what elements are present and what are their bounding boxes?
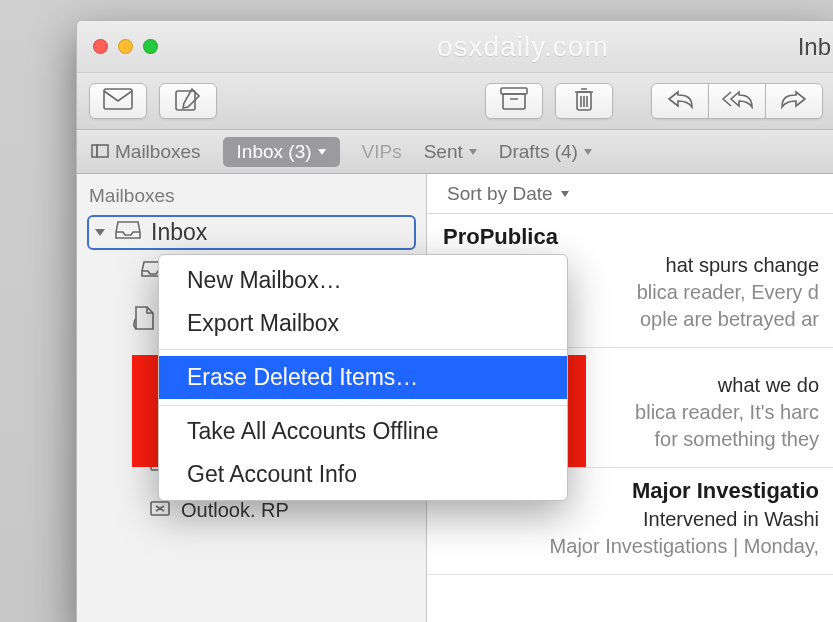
sidebar-item-label: Inbox: [151, 219, 207, 246]
toolbar: [77, 73, 833, 130]
chevron-down-icon: [561, 191, 569, 197]
compose-button[interactable]: [159, 83, 217, 119]
fav-vips-label: VIPs: [362, 141, 402, 163]
compose-icon: [175, 87, 201, 115]
minimize-window-button[interactable]: [118, 39, 133, 54]
forward-icon: [780, 89, 808, 113]
zoom-window-button[interactable]: [143, 39, 158, 54]
sidebar-item-inbox[interactable]: Inbox: [87, 215, 416, 250]
svg-rect-3: [503, 94, 525, 109]
sidebar-header: Mailboxes: [87, 179, 416, 215]
context-menu: New Mailbox… Export Mailbox Erase Delete…: [158, 254, 568, 501]
reply-group: [651, 83, 823, 119]
fav-inbox-pill[interactable]: Inbox (3): [223, 137, 340, 167]
show-mailboxes-button[interactable]: Mailboxes: [91, 141, 201, 163]
junk-icon: [149, 499, 171, 522]
sidebar-item-outlook[interactable]: Outlook. RP: [149, 499, 416, 522]
chevron-down-icon: [318, 149, 326, 155]
ctx-erase-deleted[interactable]: Erase Deleted Items…: [159, 354, 567, 401]
message-preview: Major Investigations | Monday,: [443, 533, 819, 560]
mailboxes-icon: [91, 141, 109, 163]
sidebar-item-label: Outlook. RP: [181, 499, 289, 522]
sort-label: Sort by Date: [447, 183, 553, 205]
svg-rect-2: [501, 88, 527, 94]
window-controls: [77, 39, 158, 54]
get-mail-button[interactable]: [89, 83, 147, 119]
reply-all-button[interactable]: [708, 83, 766, 119]
inbox-tray-icon: [115, 220, 141, 245]
document-icon: [133, 305, 155, 336]
message-from: ProPublica: [443, 224, 819, 250]
chevron-down-icon: [469, 149, 477, 155]
envelope-icon: [103, 88, 133, 114]
menu-separator: [159, 349, 567, 350]
fav-inbox-label: Inbox (3): [237, 141, 312, 163]
svg-rect-6: [97, 145, 108, 157]
fav-sent[interactable]: Sent: [424, 141, 477, 163]
favorites-bar: Mailboxes Inbox (3) VIPs Sent Drafts (4): [77, 130, 833, 174]
close-window-button[interactable]: [93, 39, 108, 54]
chevron-down-icon: [584, 149, 592, 155]
mailboxes-label: Mailboxes: [115, 141, 201, 163]
titlebar: Inb osxdaily.com: [77, 21, 833, 73]
fav-vips[interactable]: VIPs: [362, 141, 402, 163]
message-subject: Intervened in Washi: [443, 508, 819, 531]
window-title: Inb: [798, 33, 833, 61]
delete-button[interactable]: [555, 83, 613, 119]
ctx-take-offline[interactable]: Take All Accounts Offline: [159, 410, 567, 453]
trash-icon: [572, 86, 596, 116]
menu-separator: [159, 405, 567, 406]
disclosure-triangle-icon[interactable]: [95, 229, 105, 236]
reply-button[interactable]: [651, 83, 709, 119]
reply-icon: [666, 89, 694, 113]
archive-icon: [500, 87, 528, 115]
watermark-text: osxdaily.com: [437, 31, 609, 63]
desktop-background: Inb osxdaily.com: [0, 0, 833, 622]
reply-all-icon: [721, 89, 753, 113]
fav-drafts[interactable]: Drafts (4): [499, 141, 592, 163]
ctx-new-mailbox[interactable]: New Mailbox…: [159, 259, 567, 302]
sort-button[interactable]: Sort by Date: [427, 174, 833, 214]
fav-drafts-label: Drafts (4): [499, 141, 578, 163]
archive-button[interactable]: [485, 83, 543, 119]
ctx-account-info[interactable]: Get Account Info: [159, 453, 567, 496]
svg-rect-0: [104, 89, 132, 109]
forward-button[interactable]: [765, 83, 823, 119]
ctx-export-mailbox[interactable]: Export Mailbox: [159, 302, 567, 345]
fav-sent-label: Sent: [424, 141, 463, 163]
